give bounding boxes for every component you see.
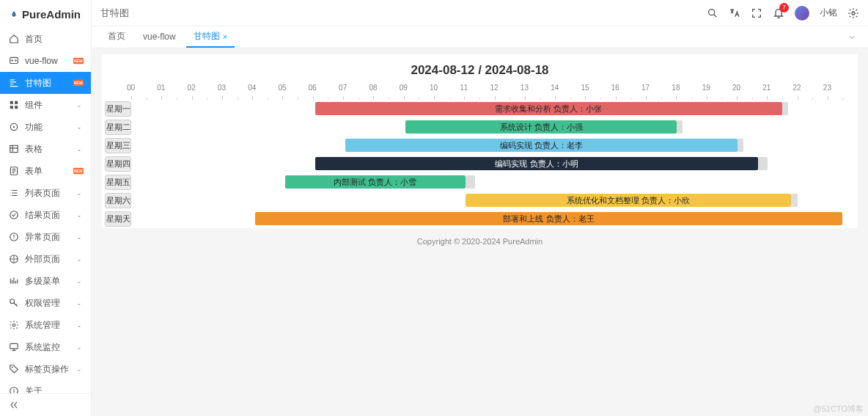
gantt-row: 星期二系统设计 负责人：小强 — [102, 118, 858, 136]
tab-1[interactable]: vue-flow — [136, 27, 183, 48]
sidebar-collapse[interactable] — [0, 393, 91, 416]
day-label: 星期天 — [105, 211, 131, 227]
day-label: 星期三 — [105, 138, 131, 153]
hour-label: 16 — [611, 84, 619, 92]
notifications-button[interactable]: 7 — [773, 7, 784, 19]
collapse-icon — [9, 400, 19, 410]
sidebar-item-7[interactable]: 列表页面⌄ — [0, 182, 91, 204]
gantt-bar[interactable]: 编码实现 负责人：小明 — [315, 157, 759, 170]
chevron-down-icon: ⌄ — [76, 101, 82, 109]
breadcrumb: 甘特图 — [100, 7, 707, 20]
hour-label: 08 — [369, 84, 377, 92]
sidebar-item-5[interactable]: 表格⌄ — [0, 138, 91, 160]
sidebar-item-3[interactable]: 组件⌄ — [0, 94, 91, 116]
tab-2[interactable]: 甘特图× — [186, 27, 235, 48]
svg-rect-10 — [15, 106, 18, 109]
grid-icon — [9, 100, 19, 110]
chevron-down-icon: ⌄ — [76, 233, 82, 241]
gantt-row: 星期五内部测试 负责人：小雪 — [102, 173, 858, 191]
svg-point-27 — [852, 12, 855, 15]
table-icon — [9, 144, 19, 154]
sidebar: PureAdmin 首页vue-flowNEW甘特图NEW组件⌄功能⌄表格⌄表单… — [0, 0, 92, 416]
tabs-row: 首页vue-flow甘特图× — [92, 26, 868, 48]
hour-label: 02 — [188, 84, 196, 92]
day-label: 星期一 — [105, 101, 131, 117]
gantt-bar[interactable]: 系统优化和文档整理 负责人：小欣 — [466, 194, 791, 207]
gantt-body: 星期一需求收集和分析 负责人：小张星期二系统设计 负责人：小强星期三编码实现 负… — [102, 100, 858, 228]
gantt-bar[interactable]: 内部测试 负责人：小雪 — [285, 175, 466, 189]
sidebar-item-11[interactable]: 多级菜单⌄ — [0, 270, 91, 292]
hour-label: 12 — [490, 84, 499, 92]
hour-label: 23 — [823, 84, 831, 92]
sidebar-item-0[interactable]: 首页 — [0, 28, 91, 50]
close-icon[interactable]: × — [223, 32, 227, 41]
hour-label: 05 — [278, 84, 286, 92]
notification-badge: 7 — [779, 3, 789, 12]
new-badge-icon: NEW — [73, 56, 84, 65]
check-circle-icon — [9, 210, 19, 220]
row-track: 编码实现 负责人：老李 — [134, 136, 858, 155]
sidebar-item-label: 关于 — [25, 385, 82, 394]
gantt-row: 星期六系统优化和文档整理 负责人：小欣 — [102, 191, 858, 210]
gantt-bar[interactable]: 部署和上线 负责人：老王 — [255, 212, 843, 225]
sidebar-item-1[interactable]: vue-flowNEW — [0, 50, 91, 72]
sidebar-item-4[interactable]: 功能⌄ — [0, 116, 91, 138]
row-track: 内部测试 负责人：小雪 — [134, 173, 858, 191]
chevron-down-icon: ⌄ — [76, 321, 82, 329]
row-track: 部署和上线 负责人：老王 — [134, 210, 858, 228]
sidebar-item-label: 首页 — [25, 33, 82, 45]
username: 小铭 — [820, 7, 837, 19]
svg-rect-9 — [10, 106, 13, 109]
fullscreen-icon[interactable] — [751, 7, 762, 19]
hour-label: 06 — [309, 84, 317, 92]
hour-label: 15 — [581, 84, 589, 92]
gear-icon — [9, 320, 19, 330]
sidebar-item-label: 列表页面 — [25, 187, 76, 200]
gantt-bar[interactable]: 编码实现 负责人：老李 — [345, 139, 738, 152]
sidebar-item-8[interactable]: 结果页面⌄ — [0, 204, 91, 226]
sidebar-item-6[interactable]: 表单⌄NEW — [0, 160, 91, 182]
chevron-down-icon — [847, 33, 856, 42]
chevron-down-icon: ⌄ — [76, 211, 82, 219]
svg-text:NEW: NEW — [74, 59, 83, 63]
sidebar-item-label: 结果页面 — [25, 209, 76, 222]
form-icon — [9, 166, 19, 176]
chevron-down-icon: ⌄ — [76, 123, 82, 131]
tabs-dropdown[interactable] — [845, 33, 859, 42]
chevron-down-icon: ⌄ — [76, 189, 82, 197]
row-track: 系统优化和文档整理 负责人：小欣 — [134, 191, 858, 210]
new-badge-icon: NEW — [73, 79, 84, 87]
gantt-bar[interactable]: 需求收集和分析 负责人：小张 — [315, 102, 782, 115]
external-icon — [9, 254, 19, 264]
gantt-row: 星期四编码实现 负责人：小明 — [102, 155, 858, 173]
logo[interactable]: PureAdmin — [0, 0, 91, 28]
hour-label: 14 — [551, 84, 559, 92]
hour-label: 11 — [460, 84, 468, 92]
home-icon — [9, 34, 19, 44]
tab-0[interactable]: 首页 — [100, 27, 133, 48]
gear-icon[interactable] — [847, 7, 859, 19]
gantt-bar[interactable]: 系统设计 负责人：小强 — [405, 120, 677, 134]
hour-label: 22 — [793, 84, 801, 92]
sidebar-item-13[interactable]: 系统管理⌄ — [0, 314, 91, 336]
svg-text:NEW: NEW — [74, 169, 83, 173]
search-icon[interactable] — [707, 7, 718, 19]
sidebar-item-15[interactable]: 标签页操作⌄ — [0, 358, 91, 380]
hour-label: 19 — [702, 84, 710, 92]
sidebar-item-16[interactable]: 关于 — [0, 380, 91, 393]
timeline-header: 0001020304050607080910111213141516171819… — [102, 84, 858, 100]
sidebar-item-2[interactable]: 甘特图NEW — [0, 72, 91, 94]
translate-icon[interactable] — [729, 7, 740, 19]
gantt-row: 星期一需求收集和分析 负责人：小张 — [102, 100, 858, 118]
svg-point-1 — [12, 59, 13, 61]
footer-text: Copyright © 2020-2024 PureAdmin — [102, 228, 858, 249]
sidebar-item-12[interactable]: 权限管理⌄ — [0, 292, 91, 314]
sidebar-item-10[interactable]: 外部页面⌄ — [0, 248, 91, 270]
sidebar-item-9[interactable]: 异常页面⌄ — [0, 226, 91, 248]
sidebar-item-14[interactable]: 系统监控⌄ — [0, 336, 91, 358]
sidebar-item-label: 系统监控 — [25, 341, 76, 354]
gantt-row: 星期三编码实现 负责人：老李 — [102, 136, 858, 155]
avatar[interactable] — [795, 6, 809, 21]
sidebar-item-label: 异常页面 — [25, 231, 76, 244]
hour-label: 21 — [762, 84, 770, 92]
